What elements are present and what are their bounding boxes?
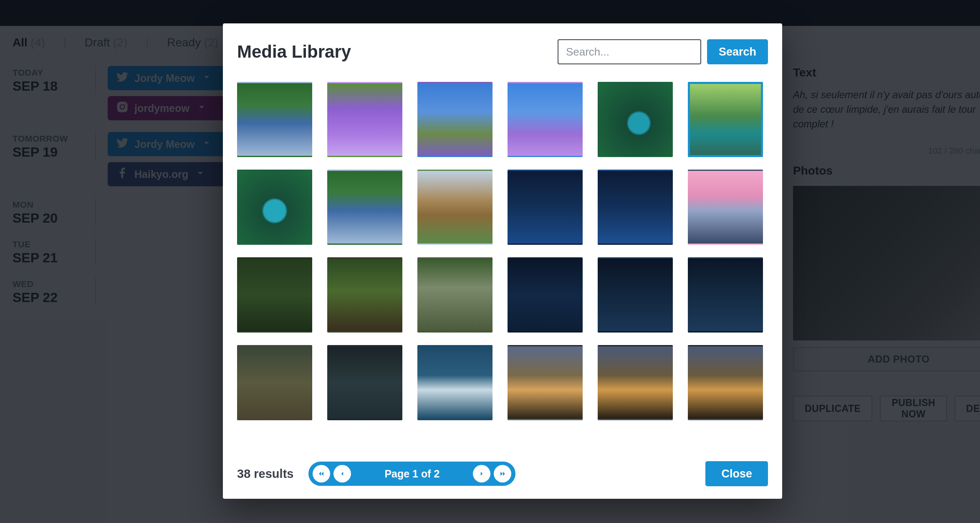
search-input[interactable]	[558, 39, 701, 64]
media-thumbnail[interactable]	[508, 345, 583, 420]
media-thumbnail[interactable]	[327, 82, 402, 157]
search-button[interactable]: Search	[707, 39, 768, 64]
chevron-right-icon	[478, 470, 485, 477]
media-thumbnail[interactable]	[327, 345, 402, 420]
media-thumbnail[interactable]	[237, 82, 312, 157]
chevron-left-icon	[338, 470, 346, 477]
media-thumbnail[interactable]	[598, 257, 673, 333]
media-thumbnail[interactable]	[508, 170, 583, 245]
media-thumbnail[interactable]	[237, 257, 312, 333]
chevron-double-right-icon	[498, 470, 507, 478]
media-thumbnail[interactable]	[598, 170, 673, 245]
media-thumbnail[interactable]	[508, 82, 583, 157]
chevron-double-left-icon	[317, 470, 326, 478]
media-thumbnail[interactable]	[327, 170, 402, 245]
media-library-modal: Media Library Search 38 results Page 1 o…	[223, 23, 782, 499]
media-thumbnail[interactable]	[508, 257, 583, 333]
media-thumbnail[interactable]	[688, 345, 763, 420]
close-button[interactable]: Close	[705, 461, 768, 486]
page-next-button[interactable]	[473, 465, 490, 482]
media-thumbnail[interactable]	[327, 257, 402, 333]
media-thumbnail[interactable]	[688, 82, 763, 157]
search-group: Search	[558, 39, 768, 64]
page-prev-button[interactable]	[333, 465, 351, 482]
page-first-button[interactable]	[313, 465, 330, 482]
media-thumbnail[interactable]	[417, 257, 493, 333]
media-thumbnail[interactable]	[417, 82, 493, 157]
page-indicator: Page 1 of 2	[354, 468, 470, 480]
media-thumbnail[interactable]	[237, 345, 312, 420]
media-thumbnail[interactable]	[417, 345, 493, 420]
media-thumbnail[interactable]	[598, 82, 673, 157]
media-thumbnail[interactable]	[688, 170, 763, 245]
modal-footer: 38 results Page 1 of 2 Close	[237, 460, 768, 487]
media-thumbnail[interactable]	[688, 257, 763, 333]
media-grid	[237, 82, 768, 449]
media-thumbnail[interactable]	[417, 170, 493, 245]
modal-title: Media Library	[237, 42, 351, 62]
media-thumbnail[interactable]	[237, 170, 312, 245]
results-count: 38 results	[237, 467, 293, 481]
media-thumbnail[interactable]	[598, 345, 673, 420]
pagination: Page 1 of 2	[308, 462, 515, 486]
page-last-button[interactable]	[494, 465, 511, 482]
modal-header: Media Library Search	[237, 39, 768, 64]
